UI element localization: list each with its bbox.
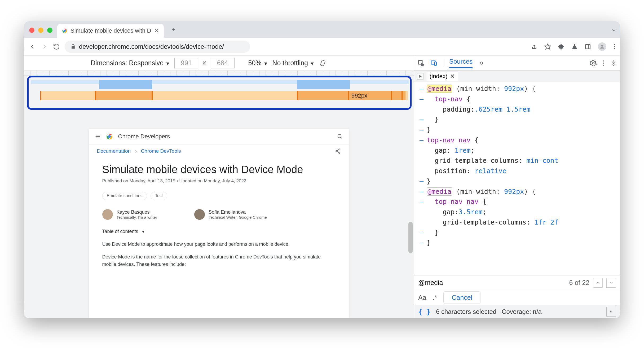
tabs-dropdown-icon[interactable] (611, 28, 616, 33)
side-panel-icon[interactable] (585, 43, 591, 50)
chrome-icon (62, 28, 67, 33)
chrome-logo-icon (106, 133, 113, 140)
bookmark-star-icon[interactable] (544, 43, 551, 50)
site-name: Chrome Developers (118, 133, 170, 140)
height-input[interactable] (211, 58, 235, 68)
more-tabs-icon[interactable] (478, 60, 484, 66)
svg-point-6 (614, 44, 615, 45)
page-menu-icon[interactable] (95, 134, 101, 139)
svg-point-11 (613, 63, 614, 64)
search-input[interactable] (418, 279, 566, 287)
svg-point-8 (614, 48, 615, 49)
chip-test[interactable]: Test (151, 192, 167, 200)
breakpoint-label: 992px (351, 92, 367, 99)
svg-rect-9 (320, 60, 325, 66)
svg-point-10 (613, 60, 614, 62)
svg-point-30 (603, 63, 604, 64)
page-meta: Published on Monday, April 13, 2015 • Up… (102, 178, 336, 184)
media-query-ruler[interactable]: 992px (24, 71, 414, 110)
dimension-separator: × (202, 59, 206, 67)
cancel-button[interactable]: Cancel (443, 291, 480, 304)
breadcrumb-devtools[interactable]: Chrome DevTools (141, 148, 181, 154)
svg-rect-3 (585, 45, 590, 49)
page-share-icon[interactable] (335, 148, 341, 154)
tab-sources[interactable]: Sources (449, 58, 473, 68)
author-2: Sofia EmelianovaTechnical Writer, Google… (194, 209, 267, 220)
devtools-menu-icon[interactable] (603, 60, 605, 66)
svg-rect-27 (434, 62, 436, 65)
avatar (102, 209, 113, 220)
svg-line-24 (337, 151, 339, 153)
jump-icon[interactable] (606, 307, 616, 317)
svg-point-12 (613, 65, 614, 66)
close-file-icon[interactable]: ✕ (450, 73, 455, 80)
page-preview: Chrome Developers Documentation › Chrome… (89, 129, 349, 318)
device-toolbar: Dimensions: Responsive ▼ × 50% ▼ No thro… (24, 56, 414, 71)
zoom-dropdown[interactable]: 50% ▼ (248, 59, 268, 67)
svg-point-1 (64, 30, 66, 32)
search-next-button[interactable] (606, 278, 616, 288)
coverage-status: Coverage: n/a (502, 308, 542, 315)
svg-point-7 (614, 46, 615, 47)
chip-emulate[interactable]: Emulate conditions (102, 192, 147, 200)
close-window-icon[interactable] (29, 28, 34, 33)
settings-gear-icon[interactable] (590, 60, 597, 67)
author-1: Kayce BasquesTechnically, I'm a writer (102, 209, 157, 220)
svg-point-31 (603, 65, 604, 66)
page-title: Simulate mobile devices with Device Mode (102, 163, 336, 176)
svg-marker-2 (545, 44, 551, 49)
throttling-dropdown[interactable]: No throttling ▼ (272, 59, 315, 67)
inspect-icon[interactable] (418, 60, 425, 67)
device-toggle-icon[interactable] (430, 60, 437, 67)
devtools-tab-bar: Sources (414, 56, 620, 71)
source-code[interactable]: –@media (min-width: 992px) {– top-nav { … (414, 82, 620, 275)
reload-button[interactable] (53, 43, 60, 50)
new-tab-button[interactable]: ＋ (171, 25, 177, 33)
lock-icon (70, 44, 76, 49)
svg-point-28 (593, 62, 594, 64)
rotate-icon[interactable] (319, 59, 327, 67)
toc-toggle[interactable]: Table of contents ▼ (102, 229, 336, 234)
dimensions-dropdown[interactable]: Dimensions: Responsive ▼ (91, 59, 170, 67)
paragraph: Device Mode is the name for the loose co… (102, 253, 336, 268)
width-input[interactable] (174, 58, 198, 68)
avatar (194, 209, 205, 220)
file-tab-index[interactable]: (index) ✕ (426, 72, 458, 81)
page-search-icon[interactable] (337, 134, 343, 139)
back-button[interactable] (29, 43, 36, 50)
svg-point-29 (603, 60, 604, 62)
svg-line-23 (337, 150, 339, 151)
share-icon[interactable] (531, 43, 537, 50)
window-controls[interactable] (29, 28, 52, 33)
viewport-scrollbar[interactable] (408, 222, 413, 253)
search-result-count: 6 of 22 (569, 279, 589, 287)
svg-marker-34 (419, 75, 422, 78)
paragraph: Use Device Mode to approximate how your … (102, 241, 336, 248)
svg-point-18 (338, 134, 341, 138)
extensions-icon[interactable] (558, 43, 564, 50)
minimize-window-icon[interactable] (38, 28, 43, 33)
browser-tab[interactable]: Simulate mobile devices with D ✕ (57, 24, 164, 38)
case-toggle[interactable]: Aa (418, 294, 426, 301)
url-text: developer.chrome.com/docs/devtools/devic… (79, 43, 224, 50)
profile-avatar[interactable] (598, 42, 606, 51)
svg-point-5 (601, 45, 603, 46)
chrome-menu-icon[interactable] (613, 43, 615, 50)
search-prev-button[interactable] (593, 278, 603, 288)
forward-button[interactable] (41, 43, 48, 50)
svg-line-19 (341, 137, 342, 139)
selection-status: 6 characters selected (436, 308, 496, 315)
close-tab-icon[interactable]: ✕ (154, 27, 159, 34)
address-bar[interactable]: developer.chrome.com/docs/devtools/devic… (65, 41, 250, 53)
debugger-play-icon[interactable] (417, 73, 424, 80)
breadcrumb-doc[interactable]: Documentation (97, 148, 131, 154)
labs-icon[interactable] (571, 43, 578, 50)
device-toolbar-menu-icon[interactable] (612, 60, 614, 66)
regex-toggle[interactable]: .* (433, 294, 437, 301)
pretty-print-icon[interactable]: { } (418, 308, 431, 316)
maximize-window-icon[interactable] (47, 28, 52, 33)
svg-point-17 (108, 135, 111, 138)
tab-title: Simulate mobile devices with D (70, 27, 151, 34)
